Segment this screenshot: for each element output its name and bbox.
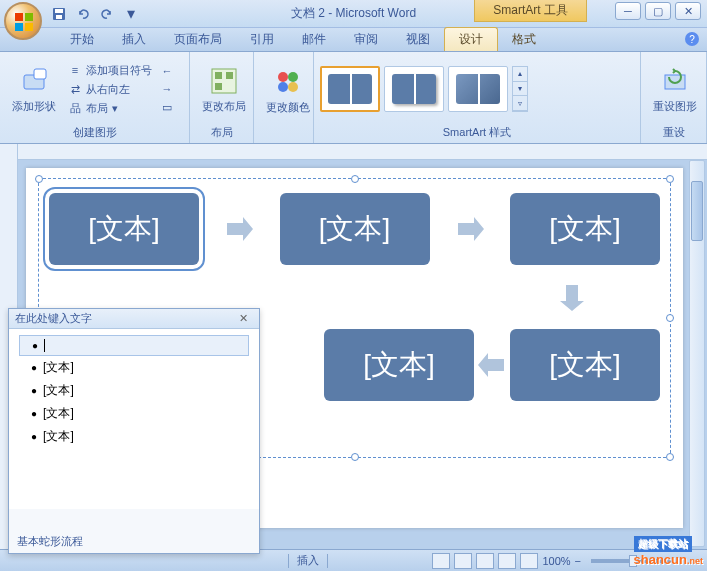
svg-rect-12 [215, 83, 222, 90]
smartart-text-pane[interactable]: 在此处键入文字 ✕ ● ●[文本] ●[文本] ●[文本] ●[文本] 基本蛇形… [8, 308, 260, 554]
zoom-level[interactable]: 100% [542, 555, 570, 567]
save-icon[interactable] [50, 5, 68, 23]
change-layout-icon [208, 65, 240, 97]
textpane-item-1[interactable]: ● [19, 335, 249, 356]
textpane-footer: 基本蛇形流程 [17, 534, 83, 549]
office-button[interactable] [4, 2, 42, 40]
svg-rect-0 [15, 13, 23, 21]
tab-format[interactable]: 格式 [498, 28, 550, 51]
add-shape-icon [18, 65, 50, 97]
view-outline-button[interactable] [498, 553, 516, 569]
textpane-item-2[interactable]: ●[文本] [19, 356, 249, 379]
style-item-3[interactable] [448, 66, 508, 112]
svg-rect-1 [25, 13, 33, 21]
svg-rect-8 [34, 69, 46, 79]
maximize-button[interactable]: ▢ [645, 2, 671, 20]
group-layout-label: 布局 [196, 124, 247, 141]
group-reset-label: 重设 [647, 124, 700, 141]
style-item-1[interactable] [320, 66, 380, 112]
smartart-style-gallery: ▴▾▿ [320, 66, 528, 112]
change-colors-button[interactable]: 更改颜色 [260, 64, 316, 117]
tab-mailings[interactable]: 邮件 [288, 28, 340, 51]
smartart-box-5[interactable]: [文本] [324, 329, 474, 401]
demote-icon: → [160, 82, 174, 96]
close-icon[interactable]: ✕ [239, 312, 253, 326]
smartart-box-3[interactable]: [文本] [510, 193, 660, 265]
qat-more-icon[interactable]: ▾ [122, 5, 140, 23]
textpane-icon: ▭ [160, 100, 174, 114]
ribbon: 添加形状 ≡添加项目符号 ⇄从右向左 品布局 ▾ ← → ▭ 创建图形 更改布局… [0, 52, 707, 144]
view-draft-button[interactable] [520, 553, 538, 569]
tab-pagelayout[interactable]: 页面布局 [160, 28, 236, 51]
textpane-title: 在此处键入文字 [15, 311, 92, 326]
reset-graphic-button[interactable]: 重设图形 [647, 63, 703, 116]
svg-rect-11 [226, 72, 233, 79]
group-create-label: 创建图形 [6, 124, 183, 141]
smartart-box-2[interactable]: [文本] [280, 193, 430, 265]
status-mode: 插入 [297, 553, 319, 568]
view-print-button[interactable] [432, 553, 450, 569]
arrow-right-icon [452, 211, 488, 247]
svg-rect-10 [215, 72, 222, 79]
svg-point-15 [278, 82, 288, 92]
view-fullread-button[interactable] [454, 553, 472, 569]
reset-icon [659, 65, 691, 97]
layout-dropdown[interactable]: 品布局 ▾ [66, 100, 154, 117]
tab-references[interactable]: 引用 [236, 28, 288, 51]
zoom-out-button[interactable]: − [575, 555, 581, 567]
context-tool-label: SmartArt 工具 [474, 0, 587, 22]
textpane-item-5[interactable]: ●[文本] [19, 425, 249, 448]
change-colors-icon [272, 66, 304, 98]
tab-insert[interactable]: 插入 [108, 28, 160, 51]
textpane-toggle[interactable]: ▭ [158, 99, 176, 115]
promote-button[interactable]: ← [158, 63, 176, 79]
add-bullets-button[interactable]: ≡添加项目符号 [66, 62, 154, 79]
redo-icon[interactable] [98, 5, 116, 23]
svg-rect-3 [25, 23, 33, 31]
style-gallery-more[interactable]: ▴▾▿ [512, 66, 528, 112]
undo-icon[interactable] [74, 5, 92, 23]
tab-view[interactable]: 视图 [392, 28, 444, 51]
promote-icon: ← [160, 64, 174, 78]
ribbon-tabs: 开始 插入 页面布局 引用 邮件 审阅 视图 设计 格式 ? [0, 28, 707, 52]
rtl-button[interactable]: ⇄从右向左 [66, 81, 154, 98]
help-icon[interactable]: ? [685, 32, 699, 46]
svg-rect-6 [56, 15, 62, 19]
tab-home[interactable]: 开始 [56, 28, 108, 51]
arrow-down-icon [554, 279, 590, 315]
tab-review[interactable]: 审阅 [340, 28, 392, 51]
arrow-right-icon [221, 211, 257, 247]
demote-button[interactable]: → [158, 81, 176, 97]
svg-rect-5 [55, 9, 63, 13]
close-button[interactable]: ✕ [675, 2, 701, 20]
svg-point-13 [278, 72, 288, 82]
view-web-button[interactable] [476, 553, 494, 569]
tab-design[interactable]: 设计 [444, 27, 498, 51]
minimize-button[interactable]: ─ [615, 2, 641, 20]
window-title: 文档 2 - Microsoft Word [291, 5, 416, 22]
textpane-item-3[interactable]: ●[文本] [19, 379, 249, 402]
bullets-icon: ≡ [68, 63, 82, 77]
horizontal-ruler[interactable] [18, 144, 707, 160]
style-item-2[interactable] [384, 66, 444, 112]
smartart-box-4[interactable]: [文本] [510, 329, 660, 401]
layout-icon: 品 [68, 101, 82, 115]
rtl-icon: ⇄ [68, 82, 82, 96]
svg-rect-2 [15, 23, 23, 31]
svg-point-16 [288, 82, 298, 92]
zoom-slider[interactable] [591, 559, 671, 563]
add-shape-button[interactable]: 添加形状 [6, 63, 62, 116]
group-styles-label: SmartArt 样式 [320, 124, 634, 141]
vertical-scrollbar[interactable] [689, 160, 705, 547]
smartart-box-1[interactable]: [文本] [49, 193, 199, 265]
change-layout-button[interactable]: 更改布局 [196, 63, 252, 116]
textpane-item-4[interactable]: ●[文本] [19, 402, 249, 425]
arrow-left-icon [474, 347, 510, 383]
scrollbar-thumb[interactable] [691, 181, 703, 241]
svg-point-14 [288, 72, 298, 82]
